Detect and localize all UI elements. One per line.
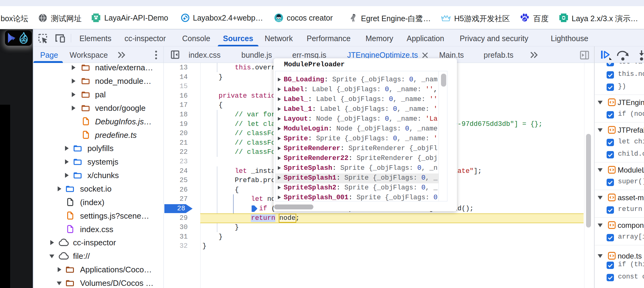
svg-text:cocos: cocos [276,20,281,21]
